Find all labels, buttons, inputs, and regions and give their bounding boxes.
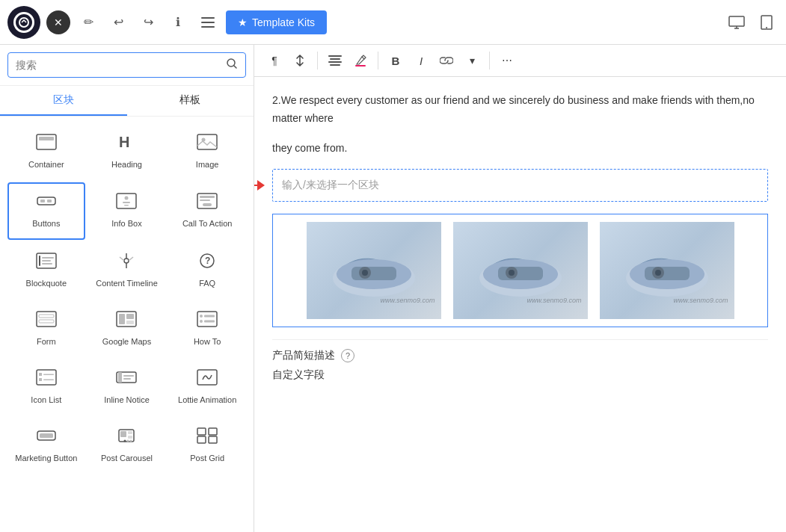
svg-rect-68 [330, 58, 340, 60]
block-item-form[interactable]: Form [7, 301, 85, 356]
svg-point-60 [124, 440, 126, 442]
block-input-placeholder[interactable]: 输入/来选择一个区块 [272, 169, 768, 202]
link-icon[interactable] [435, 49, 458, 72]
top-toolbar: ✕ ✏ ↩ ↪ ℹ ★ Template Kits [0, 0, 786, 45]
tab-templates[interactable]: 样板 [127, 86, 254, 116]
editor-content[interactable]: 2.We respect every customer as our frien… [254, 77, 786, 532]
svg-rect-44 [37, 370, 56, 385]
custom-field-label: 自定义字段 [272, 368, 325, 382]
close-button[interactable]: ✕ [46, 10, 70, 34]
svg-rect-26 [42, 257, 54, 259]
svg-rect-66 [209, 436, 217, 443]
svg-rect-9 [39, 137, 54, 140]
undo-icon[interactable]: ↩ [106, 10, 130, 34]
notice-icon [116, 369, 137, 390]
block-item-google-maps[interactable]: Google Maps [88, 301, 166, 356]
search-input[interactable] [16, 59, 220, 71]
tablet-view-icon[interactable] [755, 10, 779, 34]
block-item-info-box[interactable]: Info Box [88, 182, 166, 239]
search-wrapper [7, 52, 246, 78]
tab-blocks[interactable]: 区块 [0, 86, 127, 116]
pencil-icon[interactable]: ✏ [76, 10, 100, 34]
svg-rect-32 [37, 312, 56, 327]
editor-paragraph-1: 2.We respect every customer as our frien… [272, 92, 768, 128]
block-item-post-carousel[interactable]: Post Carousel [88, 418, 166, 473]
svg-rect-70 [330, 64, 340, 66]
sidebar: 区块 样板 Container [0, 45, 254, 532]
blockquote-icon [36, 253, 57, 273]
sidebar-tabs: 区块 样板 [0, 86, 254, 117]
svg-rect-63 [197, 428, 206, 435]
svg-point-0 [19, 18, 28, 27]
toolbar-separator [317, 52, 318, 69]
block-label: Call To Action [182, 218, 232, 229]
block-label: Google Maps [102, 336, 151, 347]
menu-lines-icon[interactable] [196, 10, 220, 34]
svg-point-6 [766, 27, 767, 28]
italic-icon[interactable]: I [410, 49, 432, 72]
svg-rect-67 [328, 55, 342, 57]
svg-rect-65 [197, 436, 206, 443]
svg-rect-55 [40, 433, 53, 438]
block-item-marketing-button[interactable]: Marketing Button [7, 418, 85, 473]
svg-rect-71 [355, 65, 366, 66]
template-kits-button[interactable]: ★ Template Kits [226, 10, 327, 34]
product-carousel: www.senmo9.com www.senmo9.com [272, 214, 768, 327]
block-label: Heading [111, 159, 142, 170]
align-icon[interactable] [324, 49, 346, 72]
svg-text:H: H [119, 134, 129, 150]
block-item-heading[interactable]: H Heading [88, 124, 166, 179]
postcarousel-icon [116, 427, 137, 448]
block-item-faq[interactable]: ? FAQ [168, 243, 246, 298]
move-up-down-icon[interactable] [289, 49, 311, 72]
svg-rect-50 [118, 372, 122, 383]
heading-icon: H [117, 134, 136, 155]
block-item-buttons[interactable]: Buttons [7, 182, 85, 239]
logo-button[interactable] [7, 6, 40, 39]
block-item-icon-list[interactable]: Icon List [7, 359, 85, 415]
svg-rect-51 [123, 375, 134, 377]
bottom-info: 产品简短描述 ? 自定义字段 [272, 339, 768, 382]
block-item-call-to-action[interactable]: Call To Action [168, 182, 246, 239]
block-label: Lottie Animation [178, 395, 236, 405]
cta-icon [197, 193, 218, 214]
dropdown-chevron-icon[interactable]: ▾ [461, 49, 483, 72]
svg-point-76 [362, 270, 368, 276]
block-item-image[interactable]: Image [168, 124, 246, 179]
block-item-how-to[interactable]: How To [168, 301, 246, 356]
svg-rect-74 [351, 267, 396, 280]
short-desc-label: 产品简短描述 [272, 349, 335, 362]
svg-rect-69 [328, 61, 342, 63]
logo-icon [13, 12, 34, 33]
block-label: Form [37, 336, 56, 347]
redo-icon[interactable]: ↪ [136, 10, 160, 34]
block-item-inline-notice[interactable]: Inline Notice [88, 359, 166, 415]
svg-point-29 [124, 259, 129, 263]
paragraph-icon[interactable]: ¶ [263, 49, 286, 72]
svg-rect-37 [126, 314, 134, 319]
help-icon[interactable]: ? [341, 349, 354, 362]
block-item-content-timeline[interactable]: Content Timeline [88, 243, 166, 298]
faq-icon: ? [197, 253, 218, 273]
block-label: FAQ [199, 278, 215, 288]
maps-icon [116, 311, 137, 332]
block-item-lottie-animation[interactable]: Lottie Animation [168, 359, 246, 415]
block-item-blockquote[interactable]: Blockquote [7, 243, 85, 298]
search-icon[interactable] [226, 58, 238, 72]
desktop-view-icon[interactable] [725, 10, 749, 34]
color-picker-icon[interactable] [349, 49, 372, 72]
svg-rect-48 [43, 380, 54, 381]
svg-rect-43 [204, 320, 215, 322]
svg-rect-21 [200, 196, 215, 198]
infobox-icon [116, 193, 137, 214]
bold-icon[interactable]: B [384, 49, 407, 72]
svg-text:?: ? [205, 256, 210, 266]
product-image-3: www.senmo9.com [600, 222, 734, 319]
info-icon[interactable]: ℹ [166, 10, 190, 34]
block-item-container[interactable]: Container [7, 124, 85, 179]
toolbar-separator-2 [378, 52, 378, 69]
svg-rect-22 [200, 200, 210, 201]
container-icon [36, 134, 57, 155]
block-item-post-grid[interactable]: Post Grid [168, 418, 246, 473]
more-options-icon[interactable]: ⋯ [496, 49, 518, 72]
